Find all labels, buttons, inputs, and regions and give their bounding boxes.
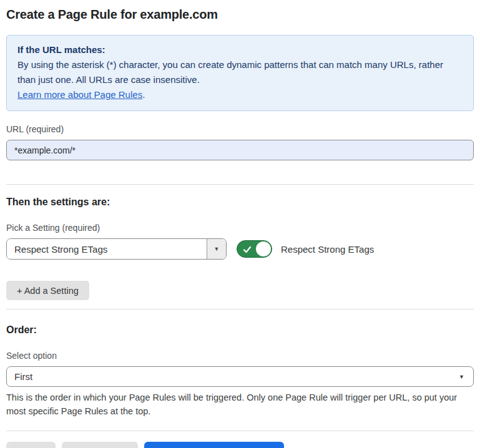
divider [6,309,474,309]
url-field-label: URL (required) [6,124,474,134]
setting-toggle-group: Respect Strong ETags [237,240,374,258]
divider [6,184,474,185]
order-section-heading: Order: [6,324,474,336]
cancel-button[interactable]: Cancel [6,442,56,448]
learn-more-link[interactable]: Learn more about Page Rules [17,89,142,100]
link-suffix-period: . [142,89,145,100]
toggle-knob [256,241,271,256]
order-select-value: First [14,371,459,382]
chevron-down-icon[interactable]: ▼ [207,239,226,259]
setting-toggle[interactable] [237,240,272,258]
save-draft-button[interactable]: Save as Draft [62,442,138,448]
url-match-info-callout: If the URL matches: By using the asteris… [6,35,474,111]
setting-select[interactable]: Respect Strong ETags ▼ [6,238,227,260]
order-select-label: Select option [6,351,474,361]
setting-select-value: Respect Strong ETags [7,239,207,259]
order-select[interactable]: First ▼ [6,366,474,387]
chevron-down-icon: ▼ [459,374,466,380]
save-deploy-button[interactable]: Save and Deploy Page Rule [144,442,284,448]
footer-actions: Cancel Save as Draft Save and Deploy Pag… [6,442,474,448]
pick-setting-label: Pick a Setting (required) [6,223,474,233]
page-title: Create a Page Rule for example.com [6,7,474,22]
info-callout-link-line: Learn more about Page Rules. [17,87,463,102]
divider [6,431,474,431]
info-callout-body: By using the asterisk (*) character, you… [17,57,463,87]
setting-toggle-label: Respect Strong ETags [281,244,374,255]
add-setting-button[interactable]: + Add a Setting [6,281,89,300]
info-callout-heading: If the URL matches: [17,42,463,57]
setting-row: Respect Strong ETags ▼ Respect Strong ET… [6,238,474,260]
create-page-rule-form: Create a Page Rule for example.com If th… [0,0,480,448]
settings-section-heading: Then the settings are: [6,197,474,208]
check-icon [243,245,252,254]
url-input[interactable] [6,140,474,160]
order-help-text: This is the order in which your Page Rul… [6,391,468,418]
